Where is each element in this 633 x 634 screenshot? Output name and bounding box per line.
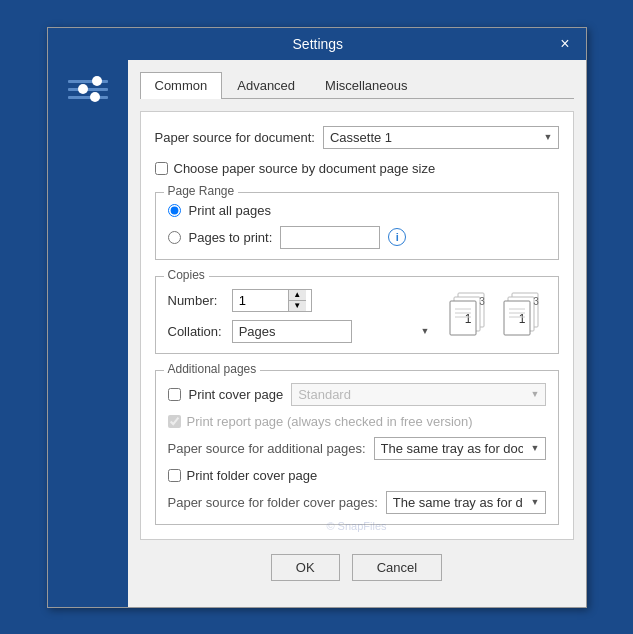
- copies-icons: 1 3: [446, 291, 546, 341]
- folder-cover-row: Print folder cover page: [168, 468, 546, 483]
- pages-to-print-row: Pages to print: i: [168, 226, 546, 249]
- collation-select-wrap: Pages Copies: [232, 320, 436, 343]
- number-spinbox: ▲ ▼: [232, 289, 312, 312]
- content-panel: Paper source for document: Cassette 1 Ca…: [140, 111, 574, 540]
- additional-pages-grid: Print cover page Standard Pri: [168, 375, 546, 514]
- page-range-label: Page Range: [164, 184, 239, 198]
- print-all-label: Print all pages: [189, 203, 271, 218]
- spinbox-down[interactable]: ▼: [289, 301, 306, 311]
- paper-source-select[interactable]: Cassette 1 Cassette 2 Manual Feed Auto S…: [323, 126, 559, 149]
- collation-icon-copies: 1 3: [500, 291, 546, 341]
- slider-icon-3: [68, 96, 108, 99]
- tab-bar: Common Advanced Miscellaneous: [140, 72, 574, 99]
- spinbox-buttons: ▲ ▼: [288, 290, 306, 311]
- print-cover-label: Print cover page: [189, 387, 284, 402]
- choose-paper-label: Choose paper source by document page siz…: [174, 161, 436, 176]
- collation-select[interactable]: Pages Copies: [232, 320, 352, 343]
- ok-button[interactable]: OK: [271, 554, 340, 581]
- additional-paper-source-select-wrap: The same tray as for documents: [374, 437, 546, 460]
- folder-paper-source-label: Paper source for folder cover pages:: [168, 495, 378, 510]
- dialog-title: Settings: [80, 36, 557, 52]
- info-icon[interactable]: i: [388, 228, 406, 246]
- additional-paper-source-label: Paper source for additional pages:: [168, 441, 366, 456]
- cancel-button[interactable]: Cancel: [352, 554, 442, 581]
- main-content: Common Advanced Miscellaneous Paper sour…: [128, 60, 586, 607]
- folder-paper-source-select[interactable]: The same tray as for documents: [386, 491, 546, 514]
- sidebar: [48, 60, 128, 607]
- folder-cover-label: Print folder cover page: [187, 468, 318, 483]
- tab-common[interactable]: Common: [140, 72, 223, 99]
- close-button[interactable]: ×: [556, 36, 573, 52]
- number-label: Number:: [168, 293, 222, 308]
- settings-icon: [68, 80, 108, 99]
- folder-paper-source-row: Paper source for folder cover pages: The…: [168, 491, 546, 514]
- print-cover-checkbox[interactable]: [168, 388, 181, 401]
- print-report-label: Print report page (always checked in fre…: [187, 414, 473, 429]
- folder-cover-checkbox[interactable]: [168, 469, 181, 482]
- tab-advanced[interactable]: Advanced: [222, 72, 310, 98]
- additional-pages-label: Additional pages: [164, 362, 261, 376]
- choose-paper-row: Choose paper source by document page siz…: [155, 161, 559, 176]
- settings-dialog: Settings × Common Advanced: [47, 27, 587, 608]
- print-cover-row: Print cover page Standard: [168, 383, 546, 406]
- pages-to-print-input[interactable]: [280, 226, 380, 249]
- paper-source-select-wrap: Cassette 1 Cassette 2 Manual Feed Auto S…: [323, 126, 559, 149]
- copies-section: Copies Number: ▲ ▼: [155, 276, 559, 354]
- footer: OK Cancel: [140, 540, 574, 595]
- title-bar: Settings ×: [48, 28, 586, 60]
- print-report-row: Print report page (always checked in fre…: [168, 414, 546, 429]
- svg-text:3: 3: [479, 296, 485, 307]
- svg-rect-2: [450, 301, 476, 335]
- print-all-radio[interactable]: [168, 204, 181, 217]
- svg-text:1: 1: [464, 312, 471, 326]
- pages-to-print-label: Pages to print:: [189, 230, 273, 245]
- pages-to-print-radio[interactable]: [168, 231, 181, 244]
- svg-text:1: 1: [518, 312, 525, 326]
- slider-icon-2: [68, 88, 108, 91]
- svg-rect-10: [504, 301, 530, 335]
- paper-source-row: Paper source for document: Cassette 1 Ca…: [155, 126, 559, 149]
- collation-label: Collation:: [168, 324, 222, 339]
- slider-icon-1: [68, 80, 108, 83]
- copies-grid: Number: ▲ ▼: [168, 281, 546, 343]
- copies-label: Copies: [164, 268, 209, 282]
- cover-type-select[interactable]: Standard: [291, 383, 545, 406]
- dialog-body: Common Advanced Miscellaneous Paper sour…: [48, 60, 586, 607]
- additional-paper-source-row: Paper source for additional pages: The s…: [168, 437, 546, 460]
- cover-type-select-wrap: Standard: [291, 383, 545, 406]
- tab-miscellaneous[interactable]: Miscellaneous: [310, 72, 422, 98]
- print-report-checkbox[interactable]: [168, 415, 181, 428]
- spinbox-up[interactable]: ▲: [289, 290, 306, 301]
- panel-wrapper: Paper source for document: Cassette 1 Ca…: [140, 111, 574, 540]
- print-all-row: Print all pages: [168, 203, 546, 218]
- radio-group: Print all pages Pages to print: i: [168, 197, 546, 249]
- choose-paper-checkbox[interactable]: [155, 162, 168, 175]
- additional-paper-source-select[interactable]: The same tray as for documents: [374, 437, 546, 460]
- paper-source-label: Paper source for document:: [155, 130, 315, 145]
- additional-pages-section: Additional pages Print cover page Standa…: [155, 370, 559, 525]
- folder-paper-source-select-wrap: The same tray as for documents: [386, 491, 546, 514]
- collation-icon-pages: 1 3: [446, 291, 492, 341]
- svg-text:3: 3: [533, 296, 539, 307]
- number-input[interactable]: [233, 290, 288, 311]
- page-range-section: Page Range Print all pages Pages to prin…: [155, 192, 559, 260]
